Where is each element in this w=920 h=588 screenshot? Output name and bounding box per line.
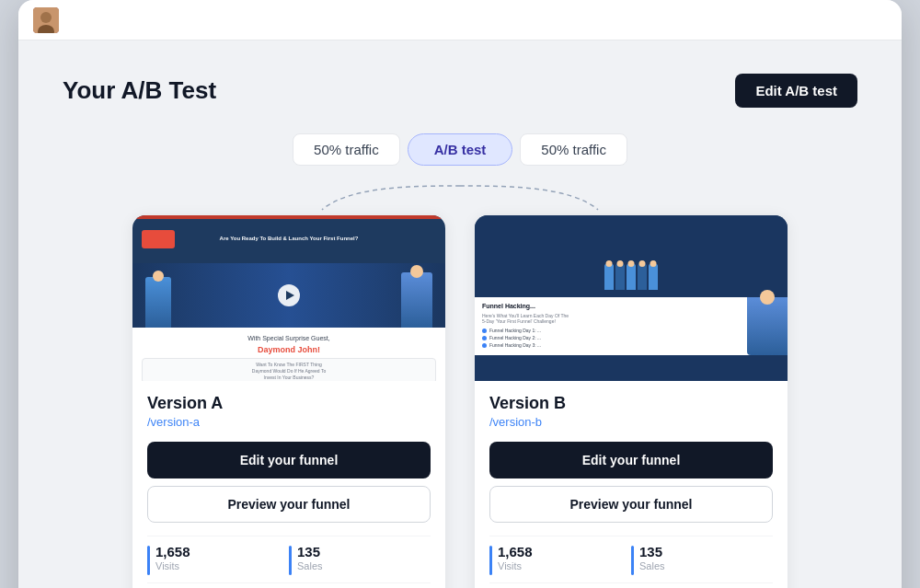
stat-sales-a: 135 Sales xyxy=(289,536,431,582)
preview-b-body-wrap: Funnel Hacking... Here's What You'll Lea… xyxy=(475,297,788,355)
preview-b-body: Funnel Hacking... Here's What You'll Lea… xyxy=(475,297,788,355)
preview-b-hero xyxy=(475,257,788,297)
stat-revenue-b: $13,095 Revenue xyxy=(631,582,773,588)
stat-optins-b: 234 Opt-ins xyxy=(489,582,631,588)
stat-label-visits-b: Visits xyxy=(498,560,533,571)
stat-visits-b: 1,658 Visits xyxy=(489,536,631,582)
content-area: Your A/B Test Edit A/B test 50% traffic … xyxy=(18,40,902,588)
stat-bar-visits-b xyxy=(489,546,492,575)
version-b-stats: 1,658 Visits 135 Sales xyxy=(475,536,788,588)
connector-area xyxy=(63,182,857,215)
svg-point-1 xyxy=(40,12,52,23)
version-b-preview-button[interactable]: Preview your funnel xyxy=(489,486,773,523)
preview-a-hero xyxy=(132,263,445,328)
stat-label-sales-a: Sales xyxy=(297,560,323,571)
stat-label-visits-a: Visits xyxy=(155,560,190,571)
stat-value-sales-a: 135 xyxy=(297,544,323,560)
traffic-bar: 50% traffic A/B test 50% traffic xyxy=(63,133,857,166)
stat-bar-sales-a xyxy=(289,546,292,575)
version-b-slug: /version-b xyxy=(489,415,773,429)
preview-a-header: Are You Ready To Build & Launch Your Fir… xyxy=(132,215,445,263)
stat-value-visits-a: 1,658 xyxy=(155,544,190,560)
page-header: Your A/B Test Edit A/B test xyxy=(63,74,857,108)
version-a-preview: Are You Ready To Build & Launch Your Fir… xyxy=(132,215,445,381)
ab-test-pill: A/B test xyxy=(408,133,513,166)
right-traffic-pill: 50% traffic xyxy=(520,133,627,166)
stat-bar-visits-a xyxy=(147,546,150,575)
page-title: Your A/B Test xyxy=(63,76,216,105)
stat-optins-a: 234 Opt-ins xyxy=(147,582,289,588)
version-a-slug: /version-a xyxy=(147,415,431,429)
version-b-info: Version B /version-b xyxy=(475,381,788,429)
play-button[interactable] xyxy=(278,284,300,306)
preview-a-body: With Special Surprise Guest, Daymond Joh… xyxy=(132,328,445,381)
version-b-card: Your First Funnel Challenge Will WalkYou… xyxy=(475,215,788,588)
version-a-preview-button[interactable]: Preview your funnel xyxy=(147,486,431,523)
stat-visits-a: 1,658 Visits xyxy=(147,536,289,582)
avatar xyxy=(33,7,59,33)
version-a-info: Version A /version-a xyxy=(132,381,445,429)
stat-value-sales-b: 135 xyxy=(639,544,665,560)
stat-sales-b: 135 Sales xyxy=(631,536,773,582)
version-b-preview: Your First Funnel Challenge Will WalkYou… xyxy=(475,215,788,381)
version-b-edit-button[interactable]: Edit your funnel xyxy=(489,442,773,478)
browser-bar xyxy=(18,0,902,40)
connector-svg xyxy=(184,182,736,215)
versions-row: Are You Ready To Build & Launch Your Fir… xyxy=(63,215,857,588)
browser-window: Your A/B Test Edit A/B test 50% traffic … xyxy=(18,0,902,588)
stat-revenue-a: $13,095 Revenue xyxy=(289,582,431,588)
version-a-edit-button[interactable]: Edit your funnel xyxy=(147,442,431,478)
version-a-stats: 1,658 Visits 135 Sales xyxy=(132,536,445,588)
stat-value-visits-b: 1,658 xyxy=(498,544,533,560)
version-a-name: Version A xyxy=(147,394,431,413)
stat-label-sales-b: Sales xyxy=(639,560,665,571)
version-a-card: Are You Ready To Build & Launch Your Fir… xyxy=(132,215,445,588)
left-traffic-pill: 50% traffic xyxy=(293,133,400,166)
stat-bar-sales-b xyxy=(631,546,634,575)
version-b-name: Version B xyxy=(489,394,773,413)
edit-ab-test-button[interactable]: Edit A/B test xyxy=(735,74,857,108)
